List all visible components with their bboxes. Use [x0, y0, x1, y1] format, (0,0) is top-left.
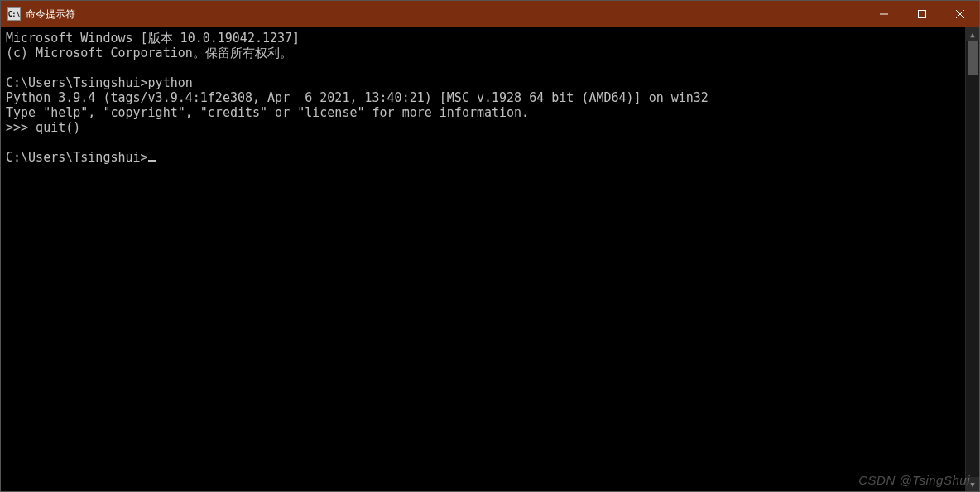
close-button[interactable] [941, 1, 979, 27]
scroll-thumb[interactable] [968, 41, 978, 75]
console-line: >>> quit() [6, 120, 80, 135]
vertical-scrollbar[interactable]: ▲ ▼ [965, 27, 979, 491]
console-line: C:\Users\Tsingshui>python [6, 75, 193, 90]
minimize-icon [880, 10, 888, 18]
cursor [148, 160, 156, 162]
console-line: Python 3.9.4 (tags/v3.9.4:1f2e308, Apr 6… [6, 90, 709, 105]
scroll-track[interactable] [966, 41, 979, 477]
close-icon [956, 10, 964, 18]
command-prompt-window: C:\ 命令提示符 Microsoft Windows [版本 10.0.190… [0, 0, 980, 492]
console-output[interactable]: Microsoft Windows [版本 10.0.19042.1237] (… [1, 27, 965, 491]
titlebar[interactable]: C:\ 命令提示符 [1, 1, 979, 27]
window-controls [865, 1, 979, 27]
scroll-down-arrow[interactable]: ▼ [966, 477, 979, 491]
svg-rect-0 [919, 11, 926, 18]
maximize-icon [918, 10, 926, 18]
console-line: (c) Microsoft Corporation。保留所有权利。 [6, 46, 292, 60]
console-line: Microsoft Windows [版本 10.0.19042.1237] [6, 31, 300, 46]
scroll-up-arrow[interactable]: ▲ [966, 27, 979, 41]
console-prompt: C:\Users\Tsingshui> [6, 150, 148, 165]
console-area: Microsoft Windows [版本 10.0.19042.1237] (… [1, 27, 979, 491]
title-left: C:\ 命令提示符 [1, 7, 865, 22]
maximize-button[interactable] [903, 1, 941, 27]
window-title: 命令提示符 [26, 7, 75, 22]
console-line: Type "help", "copyright", "credits" or "… [6, 105, 529, 120]
cmd-icon: C:\ [7, 7, 21, 21]
minimize-button[interactable] [865, 1, 903, 27]
